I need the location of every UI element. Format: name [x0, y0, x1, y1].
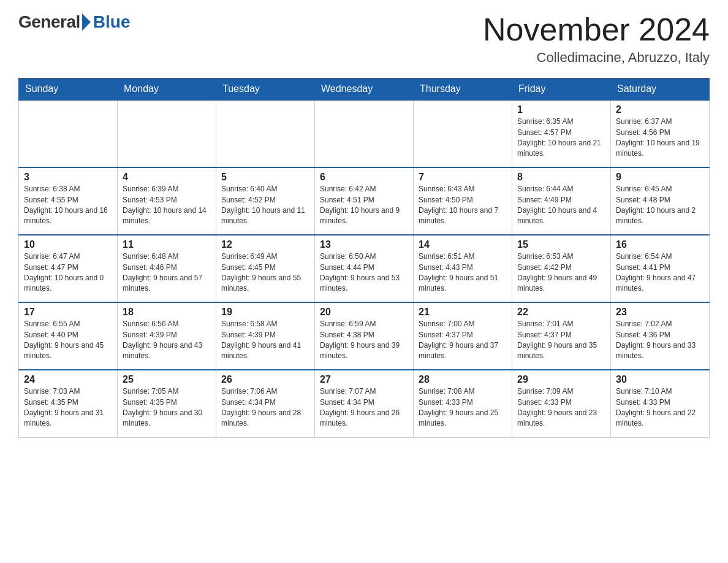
weekday-header-tuesday: Tuesday	[216, 79, 315, 101]
day-info: Sunrise: 7:02 AM Sunset: 4:36 PM Dayligh…	[616, 319, 704, 362]
day-number: 14	[419, 239, 507, 250]
calendar-cell: 21Sunrise: 7:00 AM Sunset: 4:37 PM Dayli…	[414, 302, 512, 370]
day-info: Sunrise: 6:35 AM Sunset: 4:57 PM Dayligh…	[517, 117, 605, 159]
day-number: 24	[24, 374, 112, 385]
day-info: Sunrise: 6:37 AM Sunset: 4:56 PM Dayligh…	[616, 117, 704, 159]
day-info: Sunrise: 6:54 AM Sunset: 4:41 PM Dayligh…	[616, 251, 704, 294]
title-section: November 2024 Colledimacine, Abruzzo, It…	[483, 12, 710, 66]
calendar-table: SundayMondayTuesdayWednesdayThursdayFrid…	[18, 78, 710, 438]
day-number: 20	[320, 307, 408, 318]
calendar-cell: 29Sunrise: 7:09 AM Sunset: 4:33 PM Dayli…	[512, 370, 611, 437]
calendar-cell	[414, 100, 512, 167]
calendar-cell: 5Sunrise: 6:40 AM Sunset: 4:52 PM Daylig…	[216, 167, 315, 235]
day-number: 17	[24, 307, 112, 318]
day-number: 2	[616, 104, 704, 115]
day-info: Sunrise: 6:55 AM Sunset: 4:40 PM Dayligh…	[24, 319, 112, 362]
location-subtitle: Colledimacine, Abruzzo, Italy	[483, 50, 710, 66]
week-row-3: 10Sunrise: 6:47 AM Sunset: 4:47 PM Dayli…	[19, 235, 710, 302]
calendar-cell: 24Sunrise: 7:03 AM Sunset: 4:35 PM Dayli…	[19, 370, 118, 437]
day-number: 6	[320, 172, 408, 183]
day-number: 5	[221, 172, 309, 183]
day-info: Sunrise: 7:08 AM Sunset: 4:33 PM Dayligh…	[419, 386, 507, 429]
day-info: Sunrise: 6:58 AM Sunset: 4:39 PM Dayligh…	[221, 319, 309, 362]
calendar-cell: 17Sunrise: 6:55 AM Sunset: 4:40 PM Dayli…	[19, 302, 118, 370]
day-number: 25	[123, 374, 211, 385]
weekday-header-sunday: Sunday	[19, 79, 118, 101]
logo-general-text: General	[18, 12, 80, 32]
week-row-4: 17Sunrise: 6:55 AM Sunset: 4:40 PM Dayli…	[19, 302, 710, 370]
calendar-cell: 15Sunrise: 6:53 AM Sunset: 4:42 PM Dayli…	[512, 235, 611, 302]
day-info: Sunrise: 6:47 AM Sunset: 4:47 PM Dayligh…	[24, 251, 112, 294]
week-row-1: 1Sunrise: 6:35 AM Sunset: 4:57 PM Daylig…	[19, 100, 710, 167]
calendar-cell	[216, 100, 315, 167]
day-info: Sunrise: 6:44 AM Sunset: 4:49 PM Dayligh…	[517, 184, 605, 227]
day-info: Sunrise: 6:56 AM Sunset: 4:39 PM Dayligh…	[123, 319, 211, 362]
day-number: 30	[616, 374, 704, 385]
weekday-header-wednesday: Wednesday	[315, 79, 414, 101]
calendar-cell: 25Sunrise: 7:05 AM Sunset: 4:35 PM Dayli…	[118, 370, 216, 437]
calendar-cell: 12Sunrise: 6:49 AM Sunset: 4:45 PM Dayli…	[216, 235, 315, 302]
weekday-header-thursday: Thursday	[414, 79, 512, 101]
week-row-2: 3Sunrise: 6:38 AM Sunset: 4:55 PM Daylig…	[19, 167, 710, 235]
day-number: 22	[517, 307, 605, 318]
calendar-cell: 6Sunrise: 6:42 AM Sunset: 4:51 PM Daylig…	[315, 167, 414, 235]
calendar-cell: 13Sunrise: 6:50 AM Sunset: 4:44 PM Dayli…	[315, 235, 414, 302]
day-number: 1	[517, 104, 605, 115]
calendar-cell: 1Sunrise: 6:35 AM Sunset: 4:57 PM Daylig…	[512, 100, 611, 167]
week-row-5: 24Sunrise: 7:03 AM Sunset: 4:35 PM Dayli…	[19, 370, 710, 437]
day-info: Sunrise: 7:09 AM Sunset: 4:33 PM Dayligh…	[517, 386, 605, 429]
day-number: 7	[419, 172, 507, 183]
day-info: Sunrise: 7:01 AM Sunset: 4:37 PM Dayligh…	[517, 319, 605, 362]
weekday-header-row: SundayMondayTuesdayWednesdayThursdayFrid…	[19, 79, 710, 101]
logo-triangle-icon	[82, 13, 91, 31]
day-number: 16	[616, 239, 704, 250]
day-info: Sunrise: 7:05 AM Sunset: 4:35 PM Dayligh…	[123, 386, 211, 429]
day-info: Sunrise: 6:45 AM Sunset: 4:48 PM Dayligh…	[616, 184, 704, 227]
day-number: 8	[517, 172, 605, 183]
weekday-header-saturday: Saturday	[611, 79, 710, 101]
calendar-cell: 19Sunrise: 6:58 AM Sunset: 4:39 PM Dayli…	[216, 302, 315, 370]
day-info: Sunrise: 6:43 AM Sunset: 4:50 PM Dayligh…	[419, 184, 507, 227]
day-number: 23	[616, 307, 704, 318]
day-number: 15	[517, 239, 605, 250]
day-number: 4	[123, 172, 211, 183]
calendar-cell: 16Sunrise: 6:54 AM Sunset: 4:41 PM Dayli…	[611, 235, 710, 302]
calendar-cell: 9Sunrise: 6:45 AM Sunset: 4:48 PM Daylig…	[611, 167, 710, 235]
day-number: 28	[419, 374, 507, 385]
calendar-cell: 20Sunrise: 6:59 AM Sunset: 4:38 PM Dayli…	[315, 302, 414, 370]
calendar-cell: 30Sunrise: 7:10 AM Sunset: 4:33 PM Dayli…	[611, 370, 710, 437]
logo-blue-text: Blue	[93, 12, 131, 32]
day-number: 21	[419, 307, 507, 318]
calendar-cell: 28Sunrise: 7:08 AM Sunset: 4:33 PM Dayli…	[414, 370, 512, 437]
day-info: Sunrise: 6:42 AM Sunset: 4:51 PM Dayligh…	[320, 184, 408, 227]
logo: General Blue	[18, 12, 130, 32]
page-header: General Blue November 2024 Colledimacine…	[18, 12, 710, 66]
day-info: Sunrise: 6:38 AM Sunset: 4:55 PM Dayligh…	[24, 184, 112, 227]
calendar-cell: 23Sunrise: 7:02 AM Sunset: 4:36 PM Dayli…	[611, 302, 710, 370]
day-number: 26	[221, 374, 309, 385]
day-info: Sunrise: 6:40 AM Sunset: 4:52 PM Dayligh…	[221, 184, 309, 227]
day-info: Sunrise: 6:50 AM Sunset: 4:44 PM Dayligh…	[320, 251, 408, 294]
day-number: 18	[123, 307, 211, 318]
day-number: 11	[123, 239, 211, 250]
calendar-cell: 22Sunrise: 7:01 AM Sunset: 4:37 PM Dayli…	[512, 302, 611, 370]
calendar-cell: 8Sunrise: 6:44 AM Sunset: 4:49 PM Daylig…	[512, 167, 611, 235]
day-info: Sunrise: 6:39 AM Sunset: 4:53 PM Dayligh…	[123, 184, 211, 227]
day-number: 19	[221, 307, 309, 318]
day-info: Sunrise: 7:06 AM Sunset: 4:34 PM Dayligh…	[221, 386, 309, 429]
day-info: Sunrise: 6:48 AM Sunset: 4:46 PM Dayligh…	[123, 251, 211, 294]
day-number: 12	[221, 239, 309, 250]
day-number: 29	[517, 374, 605, 385]
day-number: 9	[616, 172, 704, 183]
calendar-cell: 10Sunrise: 6:47 AM Sunset: 4:47 PM Dayli…	[19, 235, 118, 302]
calendar-cell: 2Sunrise: 6:37 AM Sunset: 4:56 PM Daylig…	[611, 100, 710, 167]
calendar-cell	[315, 100, 414, 167]
weekday-header-friday: Friday	[512, 79, 611, 101]
day-info: Sunrise: 7:07 AM Sunset: 4:34 PM Dayligh…	[320, 386, 408, 429]
calendar-cell: 26Sunrise: 7:06 AM Sunset: 4:34 PM Dayli…	[216, 370, 315, 437]
calendar-cell: 18Sunrise: 6:56 AM Sunset: 4:39 PM Dayli…	[118, 302, 216, 370]
day-number: 27	[320, 374, 408, 385]
calendar-cell: 14Sunrise: 6:51 AM Sunset: 4:43 PM Dayli…	[414, 235, 512, 302]
weekday-header-monday: Monday	[118, 79, 216, 101]
calendar-cell	[118, 100, 216, 167]
